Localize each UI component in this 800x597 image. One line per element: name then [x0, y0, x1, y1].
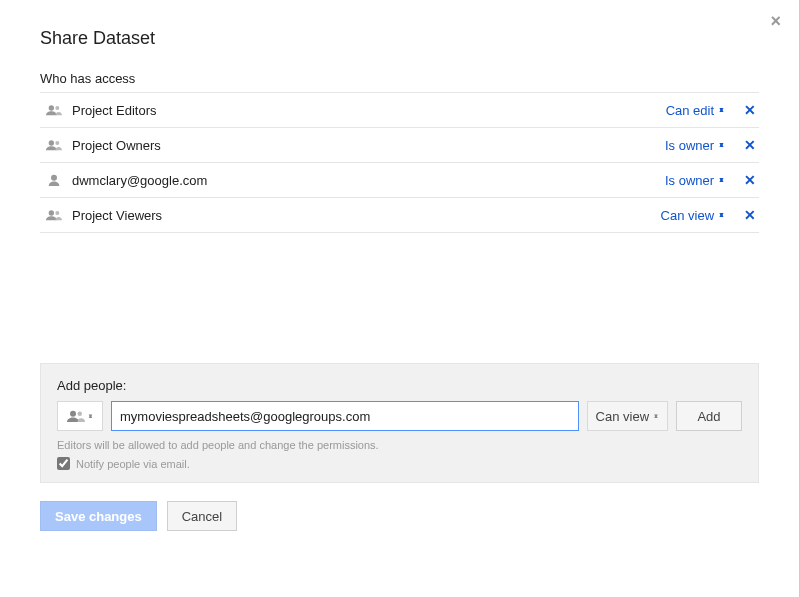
add-people-row: Can view Add	[57, 401, 742, 431]
access-row: Project Owners Is owner ✕	[40, 128, 759, 163]
svg-point-1	[55, 106, 59, 110]
who-has-access-label: Who has access	[40, 71, 759, 86]
group-icon	[46, 104, 64, 116]
notify-row[interactable]: Notify people via email.	[57, 457, 742, 470]
access-name: dwmclary@google.com	[72, 173, 665, 188]
group-icon	[46, 209, 64, 221]
permission-picker[interactable]: Is owner	[665, 138, 725, 153]
add-people-input[interactable]	[111, 401, 579, 431]
svg-point-6	[55, 211, 59, 215]
access-name: Project Owners	[72, 138, 665, 153]
svg-point-2	[49, 140, 54, 145]
permission-picker[interactable]: Can edit	[666, 103, 725, 118]
permission-label: Can view	[661, 208, 714, 223]
person-icon	[46, 174, 64, 186]
access-row: Project Viewers Can view ✕	[40, 198, 759, 233]
access-name: Project Editors	[72, 103, 666, 118]
notify-checkbox[interactable]	[57, 457, 70, 470]
share-dialog: Share Dataset Who has access Project Edi…	[0, 0, 799, 551]
add-people-panel: Add people: Can view Add Editors will be…	[40, 363, 759, 483]
spacer	[40, 233, 759, 363]
access-row: Project Editors Can edit ✕	[40, 93, 759, 128]
access-list: Project Editors Can edit ✕ Project Owner…	[40, 92, 759, 233]
svg-point-7	[70, 411, 76, 417]
principal-type-picker[interactable]	[57, 401, 103, 431]
new-permission-label: Can view	[596, 409, 649, 424]
svg-point-5	[49, 210, 54, 215]
add-people-label: Add people:	[57, 378, 742, 393]
permission-label: Can edit	[666, 103, 714, 118]
group-icon	[46, 139, 64, 151]
helper-text: Editors will be allowed to add people an…	[57, 439, 742, 451]
save-changes-button[interactable]: Save changes	[40, 501, 157, 531]
dialog-title: Share Dataset	[40, 28, 759, 49]
access-name: Project Viewers	[72, 208, 661, 223]
remove-access-button[interactable]: ✕	[743, 207, 757, 223]
permission-label: Is owner	[665, 173, 714, 188]
permission-picker[interactable]: Is owner	[665, 173, 725, 188]
remove-access-button[interactable]: ✕	[743, 102, 757, 118]
permission-label: Is owner	[665, 138, 714, 153]
access-row: dwmclary@google.com Is owner ✕	[40, 163, 759, 198]
svg-point-4	[51, 175, 57, 181]
add-button[interactable]: Add	[676, 401, 742, 431]
permission-picker[interactable]: Can view	[661, 208, 725, 223]
svg-point-8	[77, 412, 82, 417]
dialog-footer: Save changes Cancel	[40, 501, 759, 531]
notify-label: Notify people via email.	[76, 458, 190, 470]
close-icon[interactable]: ×	[770, 12, 781, 30]
svg-point-3	[55, 141, 59, 145]
svg-point-0	[49, 105, 54, 110]
remove-access-button[interactable]: ✕	[743, 172, 757, 188]
cancel-button[interactable]: Cancel	[167, 501, 237, 531]
remove-access-button[interactable]: ✕	[743, 137, 757, 153]
new-permission-picker[interactable]: Can view	[587, 401, 668, 431]
